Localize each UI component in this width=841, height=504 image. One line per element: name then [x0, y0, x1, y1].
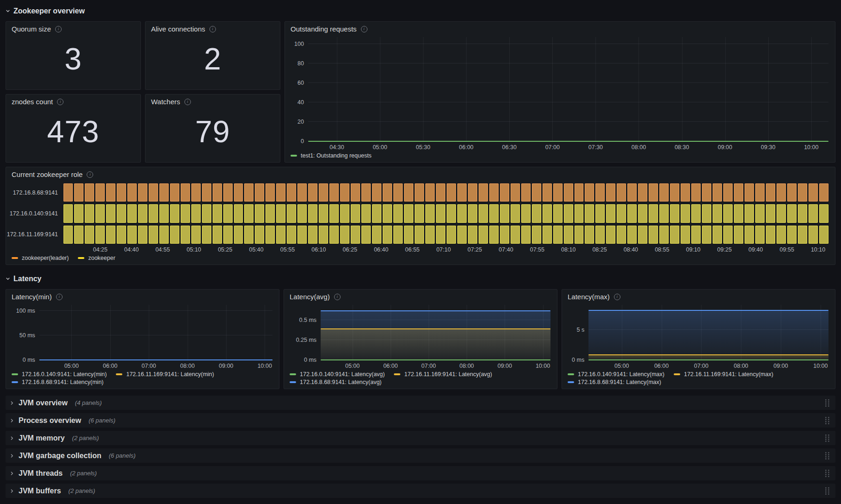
info-icon[interactable]: i: [87, 171, 93, 178]
chevron-right-icon: [10, 489, 14, 493]
status-bar: [627, 204, 637, 222]
row-toggle-jvm-buffers[interactable]: JVM buffers (2 panels): [6, 484, 835, 498]
x-axis-label: 07:00: [421, 363, 436, 369]
gridline: [423, 37, 424, 141]
panel-title[interactable]: Quorum size: [12, 25, 51, 33]
status-bar: [149, 226, 158, 244]
x-axis-label: 08:25: [592, 246, 607, 253]
x-axis-label: 09:00: [219, 363, 233, 369]
drag-handle-icon[interactable]: [823, 416, 831, 425]
gridline: [811, 37, 812, 141]
legend-item[interactable]: 172.16.0.140:9141: Latency(avg): [290, 371, 385, 378]
x-axis-label: 07:30: [588, 144, 603, 151]
status-bar: [117, 204, 126, 222]
status-bar: [585, 204, 594, 222]
x-axis-label: 09:25: [717, 246, 732, 253]
panel-title[interactable]: Watchers: [151, 98, 180, 106]
x-axis-label: 09:10: [686, 246, 700, 253]
row-toggle-jvm-threads[interactable]: JVM threads (2 panels): [6, 466, 835, 480]
status-bar: [106, 204, 115, 222]
panel-header: Latency(max) i: [562, 290, 835, 302]
dashboard: Zookeeper overview Quorum size i 3 Alive…: [0, 0, 841, 498]
legend-label: 172.16.11.169:9141: Latency(avg): [404, 371, 492, 378]
info-icon[interactable]: i: [209, 26, 216, 32]
panel-header: Quorum size i: [6, 22, 140, 34]
gridline: [308, 63, 828, 63]
panel-title[interactable]: Current zookeeper role: [12, 170, 82, 178]
panel-title[interactable]: Latency(min): [12, 293, 52, 301]
legend-item[interactable]: 172.16.11.169:9141: Latency(min): [116, 371, 214, 378]
row-toggle-zookeeper-overview[interactable]: Zookeeper overview: [6, 5, 835, 18]
panel-header: Outstanding requests i: [285, 22, 835, 34]
panel-title[interactable]: Latency(avg): [290, 293, 330, 301]
panel-title[interactable]: Alive connections: [151, 25, 205, 33]
x-axis-label: 07:00: [141, 363, 156, 369]
status-bar: [244, 204, 253, 222]
legend-line: zookeeper(leader)zookeeper: [12, 255, 828, 261]
status-bar: [181, 226, 190, 244]
series-line: [321, 310, 550, 311]
legend-item[interactable]: zookeeper(leader): [12, 255, 69, 261]
status-bar: [777, 226, 786, 244]
drag-handle-icon[interactable]: [823, 433, 831, 443]
status-bar: [351, 183, 360, 202]
gridline: [188, 305, 188, 360]
row-toggle-latency[interactable]: Latency: [6, 272, 835, 285]
info-icon[interactable]: i: [55, 26, 62, 32]
status-bar: [659, 226, 669, 244]
status-bar: [106, 183, 115, 202]
status-bar: [479, 204, 488, 222]
legend-item[interactable]: 172.16.0.140:9141: Latency(max): [568, 371, 664, 378]
legend-item[interactable]: 172.16.11.169:9141: Latency(max): [674, 371, 773, 378]
x-axis: 05:0006:0007:0008:0009:0010:00: [39, 360, 272, 370]
row-toggle-jvm-garbage-collection[interactable]: JVM garbage collection (6 panels): [6, 448, 835, 463]
row-toggle-process-overview[interactable]: Process overview (6 panels): [6, 413, 835, 428]
status-bar: [713, 183, 722, 202]
status-bar: [361, 183, 371, 202]
x-axis-label: 10:10: [811, 246, 825, 253]
panel-title[interactable]: Outstanding requests: [291, 25, 357, 33]
panel-title[interactable]: Latency(max): [568, 293, 610, 301]
row-panel-count: (4 panels): [75, 399, 102, 406]
drag-handle-icon[interactable]: [823, 398, 831, 408]
row-toggle-jvm-overview[interactable]: JVM overview (4 panels): [6, 396, 835, 410]
drag-handle-icon[interactable]: [823, 468, 831, 478]
status-bar: [798, 226, 807, 244]
panel-current-zookeeper-role: Current zookeeper role i 172.16.8.68:914…: [6, 167, 835, 265]
drag-handle-icon[interactable]: [823, 451, 831, 460]
legend-item[interactable]: 172.16.8.68:9141: Latency(min): [12, 379, 104, 385]
stat-value: 473: [47, 116, 99, 147]
info-icon[interactable]: i: [57, 99, 63, 105]
gridline: [226, 305, 227, 360]
info-icon[interactable]: i: [56, 294, 63, 300]
stat-value: 3: [64, 44, 82, 74]
status-row: 172.16.11.169:9141: [12, 226, 828, 244]
legend-item[interactable]: test1: Outstanding requests: [291, 152, 372, 159]
status-bar: [777, 204, 786, 222]
info-icon[interactable]: i: [334, 294, 341, 300]
drag-handle-icon[interactable]: [823, 486, 831, 496]
status-bar: [670, 226, 679, 244]
latency-section: Latency Latency(min) i 0 ms50 ms100 ms05…: [6, 272, 835, 389]
status-bar: [63, 183, 73, 202]
x-axis: 05:0006:0007:0008:0009:0010:00: [588, 360, 828, 370]
status-bar: [575, 226, 584, 244]
info-icon[interactable]: i: [361, 26, 367, 32]
legend-marker: [290, 381, 296, 383]
status-bar: [798, 204, 807, 222]
status-bar: [702, 204, 711, 222]
legend-item[interactable]: 172.16.11.169:9141: Latency(avg): [394, 371, 492, 378]
row-toggle-jvm-memory[interactable]: JVM memory (2 panels): [6, 431, 835, 445]
y-axis: 0 ms5 s: [568, 305, 588, 360]
panel-title[interactable]: znodes count: [12, 98, 53, 106]
status-bar: [404, 226, 413, 244]
legend-item[interactable]: 172.16.8.68:9141: Latency(avg): [290, 379, 382, 385]
status-bar: [63, 226, 73, 244]
legend-item[interactable]: 172.16.0.140:9141: Latency(min): [12, 371, 107, 378]
legend-item[interactable]: 172.16.8.68:9141: Latency(max): [568, 379, 661, 385]
info-icon[interactable]: i: [614, 294, 620, 300]
y-axis-label: 100: [294, 41, 304, 47]
info-icon[interactable]: i: [184, 99, 191, 105]
status-bar: [489, 204, 499, 222]
legend-item[interactable]: zookeeper: [78, 255, 115, 261]
